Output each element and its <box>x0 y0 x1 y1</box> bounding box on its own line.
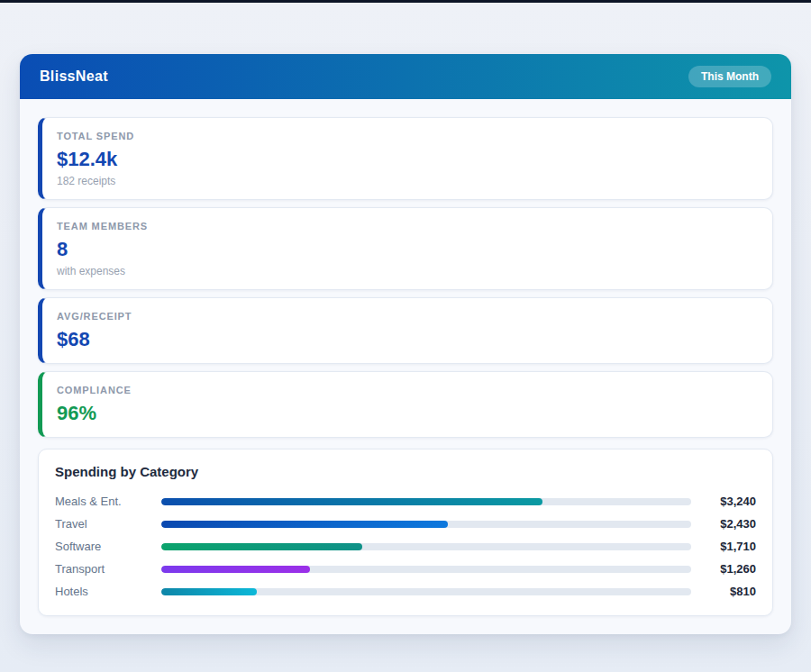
stat-label: TEAM MEMBERS <box>57 220 758 232</box>
chart-row-travel: Travel $2,430 <box>55 516 756 531</box>
category-label: Travel <box>55 517 161 531</box>
bar-track <box>161 566 691 573</box>
period-selector-badge[interactable]: This Month <box>688 66 771 87</box>
bar-track <box>161 521 691 528</box>
stat-label: COMPLIANCE <box>57 384 758 396</box>
app-header: BlissNeat This Month <box>20 54 791 99</box>
bar-fill <box>161 521 448 528</box>
category-value: $1,260 <box>691 562 756 576</box>
bar-track <box>161 498 691 505</box>
category-label: Software <box>55 540 161 553</box>
chart-row-hotels: Hotels $810 <box>55 584 756 599</box>
category-value: $1,710 <box>691 540 756 553</box>
category-label: Hotels <box>55 585 161 598</box>
window-top-edge <box>0 0 811 3</box>
bar-fill <box>161 566 310 573</box>
chart-row-transport: Transport $1,260 <box>55 561 756 577</box>
category-value: $810 <box>691 585 756 598</box>
stat-label: AVG/RECEIPT <box>57 310 758 322</box>
dashboard-panel: BlissNeat This Month TOTAL SPEND $12.4k … <box>20 54 791 634</box>
category-value: $2,430 <box>691 517 756 531</box>
category-label: Meals & Ent. <box>55 495 161 508</box>
dashboard-content: TOTAL SPEND $12.4k 182 receipts TEAM MEM… <box>20 99 791 634</box>
category-label: Transport <box>55 562 161 576</box>
bar-fill <box>161 498 542 505</box>
bar-fill <box>161 543 362 550</box>
stat-card-total-spend: TOTAL SPEND $12.4k 182 receipts <box>38 117 773 200</box>
category-value: $3,240 <box>691 495 756 508</box>
stat-value: 8 <box>57 238 758 261</box>
app-title: BlissNeat <box>40 68 108 85</box>
chart-rows: Meals & Ent. $3,240 Travel $2,430 Softwa… <box>55 494 756 599</box>
stat-value: 96% <box>57 402 758 425</box>
stat-subtext: 182 receipts <box>57 175 758 187</box>
chart-title: Spending by Category <box>55 464 756 479</box>
stat-label: TOTAL SPEND <box>57 130 758 142</box>
stat-card-compliance: COMPLIANCE 96% <box>38 371 773 438</box>
chart-row-meals: Meals & Ent. $3,240 <box>55 494 756 509</box>
stat-value: $12.4k <box>57 148 758 171</box>
chart-row-software: Software $1,710 <box>55 539 756 554</box>
bar-track <box>161 543 691 550</box>
bar-track <box>161 588 691 595</box>
stat-subtext: with expenses <box>57 265 758 277</box>
stat-card-team-members: TEAM MEMBERS 8 with expenses <box>38 207 773 290</box>
stat-card-avg-receipt: AVG/RECEIPT $68 <box>38 297 773 364</box>
spending-by-category-card: Spending by Category Meals & Ent. $3,240… <box>38 449 773 616</box>
stat-value: $68 <box>57 328 758 351</box>
bar-fill <box>161 588 257 595</box>
